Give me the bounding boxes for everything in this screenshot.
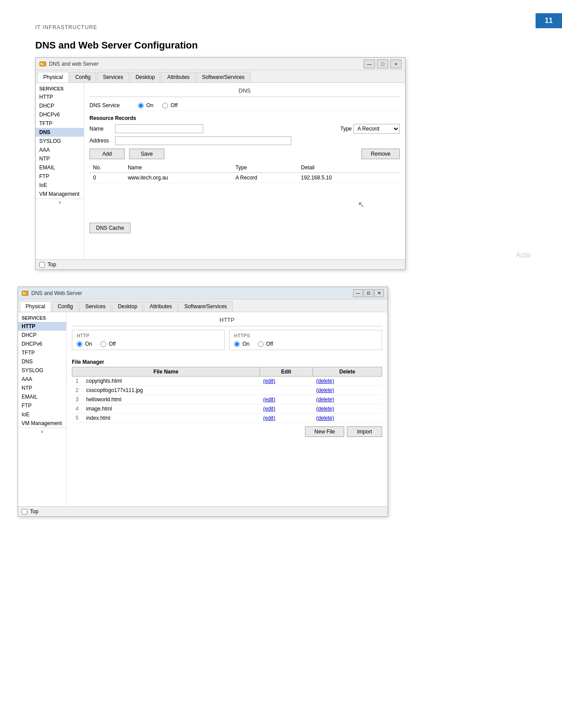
dns-off-radio[interactable]: [162, 103, 168, 108]
cell-delete[interactable]: (delete): [313, 386, 382, 395]
tab2-software-services[interactable]: Software/Services: [179, 301, 233, 312]
sidebar2-item-ioe[interactable]: IoE: [18, 410, 66, 419]
cell-delete[interactable]: (delete): [313, 377, 382, 386]
tab2-config[interactable]: Config: [52, 301, 79, 312]
dns-window-icon: [39, 60, 46, 67]
http-off-radio[interactable]: [100, 341, 106, 347]
http-on-radio[interactable]: [77, 341, 82, 347]
name-input[interactable]: [115, 124, 203, 133]
sidebar-item-email[interactable]: EMAIL: [36, 163, 84, 172]
sidebar2-item-services[interactable]: SERVICES: [18, 314, 66, 322]
cell-delete[interactable]: (delete): [313, 395, 382, 404]
cell-edit[interactable]: (edit): [260, 414, 313, 423]
cell-edit[interactable]: (edit): [260, 377, 313, 386]
sidebar-item-dhcpv6[interactable]: DHCPv6: [36, 110, 84, 119]
https-on-radio[interactable]: [234, 341, 240, 347]
sidebar-item-vm[interactable]: VM Management: [36, 190, 84, 198]
http-label: HTTP: [77, 333, 220, 338]
tab-software-services[interactable]: Software/Services: [196, 72, 250, 82]
dns-service-row: DNS Service On Off: [89, 101, 400, 111]
cell-delete[interactable]: (delete): [313, 404, 382, 414]
dns-on-radio[interactable]: [138, 103, 144, 108]
top-checkbox[interactable]: [39, 262, 45, 268]
new-file-button[interactable]: New File: [305, 426, 344, 437]
sidebar-item-services[interactable]: SERVICES: [36, 85, 84, 93]
cell-detail: 192.168.5.10: [298, 173, 384, 183]
import-button[interactable]: Import: [347, 426, 382, 437]
window1-controls: — □ ×: [364, 60, 402, 68]
sidebar2-item-aaa[interactable]: AAA: [18, 375, 66, 384]
sidebar-scroll-down[interactable]: ∨: [36, 198, 84, 205]
tab-services[interactable]: Services: [97, 72, 129, 82]
sidebar-item-ntp[interactable]: NTP: [36, 154, 84, 163]
add-button[interactable]: Add: [89, 149, 125, 159]
minimize-button-2[interactable]: —: [353, 289, 363, 297]
cell-edit[interactable]: (edit): [260, 404, 313, 414]
list-item[interactable]: 5 index.html (edit) (delete): [72, 414, 382, 423]
tab-desktop[interactable]: Desktop: [130, 72, 160, 82]
tab-attributes[interactable]: Attributes: [161, 72, 195, 82]
save-button[interactable]: Save: [129, 149, 164, 159]
http-content-title: HTTP: [72, 317, 382, 326]
tab-config[interactable]: Config: [70, 72, 97, 82]
dns-records-table: No. Name Type Detail 0 www.itech.org.au …: [89, 163, 400, 183]
list-item[interactable]: 1 copyrights.html (edit) (delete): [72, 377, 382, 386]
cell-delete[interactable]: (delete): [313, 414, 382, 423]
sidebar2-item-ftp[interactable]: FTP: [18, 401, 66, 410]
window2-titlebar: DNS and Web Server — ⊡ ✕: [18, 287, 387, 299]
sidebar-item-syslog[interactable]: SYSLOG: [36, 137, 84, 146]
list-item[interactable]: 2 csscoptlogo177x111.jpg (delete): [72, 386, 382, 395]
empty-area: ↖: [89, 183, 400, 218]
table-row[interactable]: 0 www.itech.org.au A Record 192.168.5.10: [89, 173, 400, 183]
sidebar2-item-ntp[interactable]: NTP: [18, 384, 66, 392]
top-label-2: Top: [30, 508, 38, 515]
tab2-services[interactable]: Services: [79, 301, 111, 312]
maximize-button[interactable]: □: [377, 60, 388, 68]
window1-body: SERVICES HTTP DHCP DHCPv6 TFTP DNS SYSLO…: [36, 83, 405, 259]
minimize-button[interactable]: —: [364, 60, 375, 68]
sidebar-item-aaa[interactable]: AAA: [36, 146, 84, 154]
https-radio-group: On Off: [234, 341, 377, 347]
cell-no: 0: [89, 173, 124, 183]
tab2-physical[interactable]: Physical: [20, 301, 51, 312]
list-item[interactable]: 3 helloworld.html (edit) (delete): [72, 395, 382, 404]
sidebar-item-dns[interactable]: DNS: [36, 128, 84, 137]
https-off-radio[interactable]: [258, 341, 264, 347]
remove-button[interactable]: Remove: [361, 149, 400, 159]
tab-physical[interactable]: Physical: [37, 72, 69, 82]
cell-type: A Record: [232, 173, 298, 183]
dns-cache-button[interactable]: DNS Cache: [89, 223, 130, 233]
sidebar-item-http[interactable]: HTTP: [36, 93, 84, 101]
cell-edit[interactable]: [260, 386, 313, 395]
main-title: DNS and Web Server Configuration: [35, 40, 198, 51]
sidebar-item-dhcp[interactable]: DHCP: [36, 101, 84, 110]
list-item[interactable]: 4 image.html (edit) (delete): [72, 404, 382, 414]
activ-watermark: Activ: [516, 251, 531, 724]
sidebar2-scroll-down[interactable]: ∨: [18, 428, 66, 435]
sidebar2-item-dhcp[interactable]: DHCP: [18, 331, 66, 340]
dns-content-title: DNS: [89, 87, 400, 97]
sidebar-item-ftp[interactable]: FTP: [36, 172, 84, 181]
close-button-2[interactable]: ✕: [374, 289, 384, 297]
sidebar2-item-dns[interactable]: DNS: [18, 357, 66, 366]
address-input[interactable]: [115, 136, 291, 145]
close-button[interactable]: ×: [390, 60, 402, 68]
sidebar-item-ioe[interactable]: IoE: [36, 181, 84, 190]
sidebar2-item-dhcpv6[interactable]: DHCPv6: [18, 340, 66, 348]
sidebar2-item-http[interactable]: HTTP: [18, 322, 66, 331]
cell-edit[interactable]: (edit): [260, 395, 313, 404]
https-off-label: Off: [266, 341, 273, 347]
restore-button-2[interactable]: ⊡: [364, 289, 373, 297]
type-select[interactable]: A Record AAAA Record CNAME MX Record NS …: [354, 124, 400, 134]
sidebar2-item-syslog[interactable]: SYSLOG: [18, 366, 66, 375]
sidebar2-item-vm[interactable]: VM Management: [18, 419, 66, 428]
sidebar-item-tftp[interactable]: TFTP: [36, 119, 84, 128]
tab2-desktop[interactable]: Desktop: [112, 301, 143, 312]
tab2-attributes[interactable]: Attributes: [144, 301, 178, 312]
svg-rect-1: [41, 63, 42, 64]
col-no: No.: [89, 163, 124, 173]
sidebar2-item-email[interactable]: EMAIL: [18, 392, 66, 401]
sidebar2-item-tftp[interactable]: TFTP: [18, 348, 66, 357]
type-label: Type: [340, 126, 352, 132]
top-checkbox-2[interactable]: [22, 509, 27, 515]
